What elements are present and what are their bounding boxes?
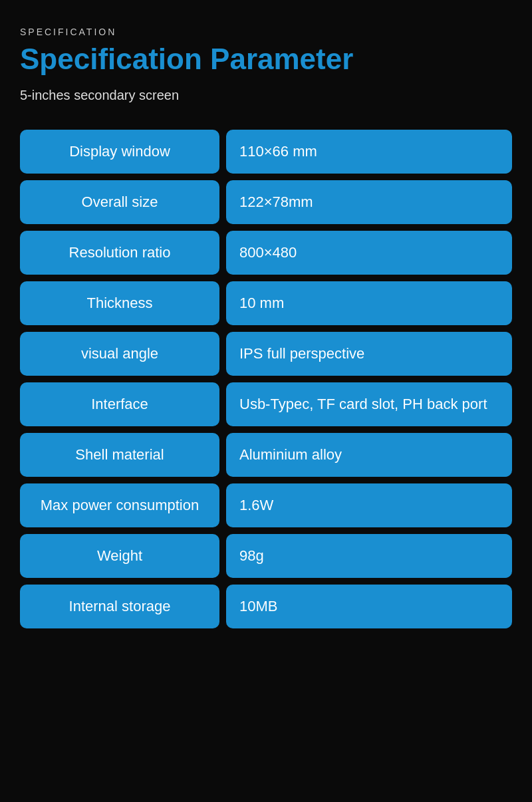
table-row: Overall size122×78mm [20, 180, 512, 224]
cell-value-1: 122×78mm [226, 180, 512, 224]
table-row: Weight98g [20, 534, 512, 578]
cell-value-8: 98g [226, 534, 512, 578]
cell-value-0: 110×66 mm [226, 130, 512, 174]
cell-label-1: Overall size [20, 180, 219, 224]
cell-label-6: Shell material [20, 433, 219, 477]
cell-value-2: 800×480 [226, 231, 512, 275]
cell-label-8: Weight [20, 534, 219, 578]
cell-label-3: Thickness [20, 281, 219, 325]
table-row: Internal storage10MB [20, 585, 512, 628]
table-row: Thickness10 mm [20, 281, 512, 325]
cell-label-0: Display window [20, 130, 219, 174]
table-row: Display window110×66 mm [20, 130, 512, 174]
cell-label-2: Resolution ratio [20, 231, 219, 275]
cell-label-5: Interface [20, 382, 219, 426]
cell-label-7: Max power consumption [20, 483, 219, 527]
table-row: InterfaceUsb-Typec, TF card slot, PH bac… [20, 382, 512, 426]
table-row: Resolution ratio800×480 [20, 231, 512, 275]
cell-value-7: 1.6W [226, 483, 512, 527]
cell-value-6: Aluminium alloy [226, 433, 512, 477]
cell-value-4: IPS full perspective [226, 332, 512, 376]
cell-value-5: Usb-Typec, TF card slot, PH back port [226, 382, 512, 426]
page-title: Specification Parameter [20, 43, 512, 76]
table-row: Shell materialAluminium alloy [20, 433, 512, 477]
cell-label-4: visual angle [20, 332, 219, 376]
cell-value-9: 10MB [226, 585, 512, 628]
cell-value-3: 10 mm [226, 281, 512, 325]
section-label: SPECIFICATION [20, 27, 512, 37]
table-row: Max power consumption1.6W [20, 483, 512, 527]
page-subtitle: 5-inches secondary screen [20, 88, 512, 103]
spec-table: Display window110×66 mmOverall size122×7… [20, 130, 512, 628]
cell-label-9: Internal storage [20, 585, 219, 628]
table-row: visual angleIPS full perspective [20, 332, 512, 376]
